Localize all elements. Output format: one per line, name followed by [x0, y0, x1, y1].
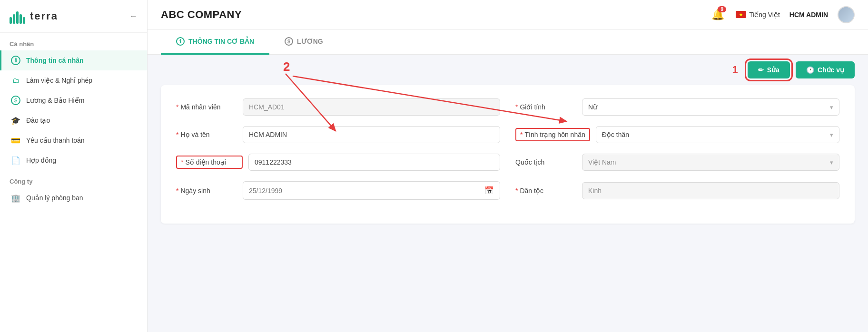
required-star: * — [181, 158, 183, 166]
header-right: 🔔 9 Tiếng Việt HCM ADMIN — [709, 6, 855, 23]
required-star: * — [515, 103, 518, 111]
sidebar-item-label: Quản lý phòng ban — [26, 194, 83, 202]
ho-va-ten-input[interactable] — [243, 126, 500, 143]
sidebar-item-quan-ly-phong-ban[interactable]: 🏢 Quản lý phòng ban — [0, 188, 147, 208]
info-icon: ℹ — [11, 56, 20, 65]
pencil-icon: ✏ — [758, 66, 764, 74]
section-ca-nhan-label: Cá nhân — [0, 33, 147, 50]
form-group-ho-va-ten: *Họ và tên — [176, 126, 500, 143]
language-label: Tiếng Việt — [749, 11, 780, 19]
ho-va-ten-label: *Họ và tên — [176, 131, 243, 138]
briefcase-icon: 🗂 — [11, 76, 20, 85]
form-group-so-dien-thoai: *Số điện thoại — [176, 154, 500, 171]
ma-nhan-vien-label: *Mã nhân viên — [176, 103, 243, 111]
quoc-tich-select[interactable]: Việt Nam ▾ — [582, 154, 839, 171]
tinh-trang-hon-nhan-value: Độc thân — [602, 131, 629, 138]
tinh-trang-hon-nhan-select[interactable]: Độc thân ▾ — [596, 126, 839, 143]
sidebar-item-label: Thông tin cá nhân — [26, 57, 84, 64]
language-selector[interactable]: Tiếng Việt — [736, 11, 780, 19]
building-icon: 🏢 — [11, 193, 20, 203]
avatar-image — [838, 6, 854, 23]
dan-toc-label: *Dân tộc — [515, 187, 582, 195]
gioi-tinh-value: Nữ — [588, 103, 597, 111]
tab-luong[interactable]: $ LƯƠNG — [269, 29, 338, 55]
payment-icon: 💳 — [11, 136, 20, 145]
form-row-4: *Ngày sinh 📅 *Dân tộc — [176, 181, 839, 200]
chevron-down-icon: ▾ — [830, 159, 833, 166]
form-card: *Mã nhân viên *Giới tính Nữ ▾ — [161, 85, 855, 224]
form-group-ma-nhan-vien: *Mã nhân viên — [176, 98, 500, 116]
info-tab-icon: ℹ — [176, 37, 185, 46]
logo-bar-4 — [20, 14, 22, 24]
sidebar-item-label: Đào tạo — [26, 117, 50, 124]
admin-name: HCM ADMIN — [789, 11, 828, 19]
logo-bar-3 — [16, 11, 19, 24]
required-star: * — [176, 103, 178, 111]
contract-icon: 📄 — [11, 156, 20, 165]
avatar[interactable] — [838, 6, 855, 23]
logo-bar-2 — [13, 14, 15, 24]
required-star: * — [176, 131, 178, 138]
sidebar-item-label: Lương & Bảo Hiểm — [26, 97, 84, 104]
back-icon[interactable]: ← — [129, 11, 138, 21]
tabs-bar: ℹ THÔNG TIN CƠ BẢN $ LƯƠNG — [148, 29, 868, 55]
notification-button[interactable]: 🔔 9 — [709, 6, 726, 23]
dollar-tab-icon: $ — [285, 37, 293, 46]
sidebar-item-label: Làm việc & Nghỉ phép — [26, 77, 92, 84]
chevron-down-icon: ▾ — [830, 104, 833, 111]
sidebar-item-yeu-cau-thanh-toan[interactable]: 💳 Yêu cầu thanh toán — [0, 130, 147, 150]
main-area: ABC COMPANY 🔔 9 Tiếng Việt HCM ADMIN ℹ T… — [148, 0, 868, 332]
sidebar: terra ← Cá nhân ℹ Thông tin cá nhân 🗂 Là… — [0, 0, 148, 332]
dan-toc-input[interactable] — [582, 182, 839, 199]
chuc-vu-label: Chức vụ — [818, 66, 844, 74]
form-group-gioi-tinh: *Giới tính Nữ ▾ — [515, 98, 839, 116]
chuc-vu-button[interactable]: 🕐 Chức vụ — [796, 61, 855, 78]
form-group-dan-toc: *Dân tộc — [515, 181, 839, 200]
sidebar-item-lam-viec-nghi-phep[interactable]: 🗂 Làm việc & Nghỉ phép — [0, 70, 147, 90]
sidebar-item-label: Hợp đồng — [26, 156, 56, 164]
so-dien-thoai-label: *Số điện thoại — [176, 156, 243, 169]
form-row-2: *Họ và tên *Tình trạng hôn nhân Độc thân… — [176, 126, 839, 143]
top-header: ABC COMPANY 🔔 9 Tiếng Việt HCM ADMIN — [148, 0, 868, 29]
logo-bar-1 — [10, 17, 12, 24]
gioi-tinh-select[interactable]: Nữ ▾ — [582, 98, 839, 116]
clock-icon: 🕐 — [806, 66, 814, 74]
calendar-icon: 📅 — [484, 186, 494, 195]
quoc-tich-value: Việt Nam — [588, 158, 616, 166]
so-dien-thoai-input[interactable] — [248, 154, 500, 171]
sidebar-item-label: Yêu cầu thanh toán — [26, 137, 85, 144]
content-area: ℹ THÔNG TIN CƠ BẢN $ LƯƠNG 2 — [148, 29, 868, 332]
ngay-sinh-label: *Ngày sinh — [176, 187, 243, 195]
tab-thong-tin-co-ban[interactable]: ℹ THÔNG TIN CƠ BẢN — [161, 29, 269, 55]
form-row-1: *Mã nhân viên *Giới tính Nữ ▾ — [176, 98, 839, 116]
required-star: * — [515, 187, 518, 195]
sidebar-item-dao-tao[interactable]: 🎓 Đào tạo — [0, 110, 147, 130]
form-group-tinh-trang-hon-nhan: *Tình trạng hôn nhân Độc thân ▾ — [515, 126, 839, 143]
sidebar-item-hop-dong[interactable]: 📄 Hợp đồng — [0, 150, 147, 170]
tab-label: LƯƠNG — [297, 38, 323, 45]
notification-badge: 9 — [718, 6, 726, 12]
logo-text: terra — [30, 10, 58, 22]
logo-icon — [10, 9, 25, 24]
required-star: * — [520, 131, 523, 138]
ngay-sinh-input[interactable] — [249, 187, 484, 195]
annotation-1: 1 — [732, 64, 738, 76]
section-cong-ty-label: Công ty — [0, 170, 147, 188]
form-group-quoc-tich: Quốc tịch Việt Nam ▾ — [515, 154, 839, 171]
sua-label: Sửa — [767, 66, 779, 74]
ma-nhan-vien-input[interactable] — [243, 98, 500, 116]
graduation-icon: 🎓 — [11, 116, 20, 125]
gioi-tinh-label: *Giới tính — [515, 103, 582, 111]
sua-button[interactable]: ✏ Sửa — [748, 61, 790, 78]
flag-icon — [736, 11, 746, 18]
tab-label: THÔNG TIN CƠ BẢN — [188, 38, 254, 45]
sidebar-item-thong-tin-ca-nhan[interactable]: ℹ Thông tin cá nhân — [0, 50, 147, 70]
dollar-icon: $ — [11, 96, 20, 105]
chevron-down-icon: ▾ — [830, 131, 833, 138]
quoc-tich-label: Quốc tịch — [515, 158, 582, 166]
ngay-sinh-input-wrapper[interactable]: 📅 — [243, 181, 500, 200]
required-star: * — [176, 187, 178, 195]
tinh-trang-hon-nhan-label: *Tình trạng hôn nhân — [515, 128, 590, 141]
logo-area: terra ← — [0, 0, 147, 33]
sidebar-item-luong-bao-hiem[interactable]: $ Lương & Bảo Hiểm — [0, 90, 147, 110]
